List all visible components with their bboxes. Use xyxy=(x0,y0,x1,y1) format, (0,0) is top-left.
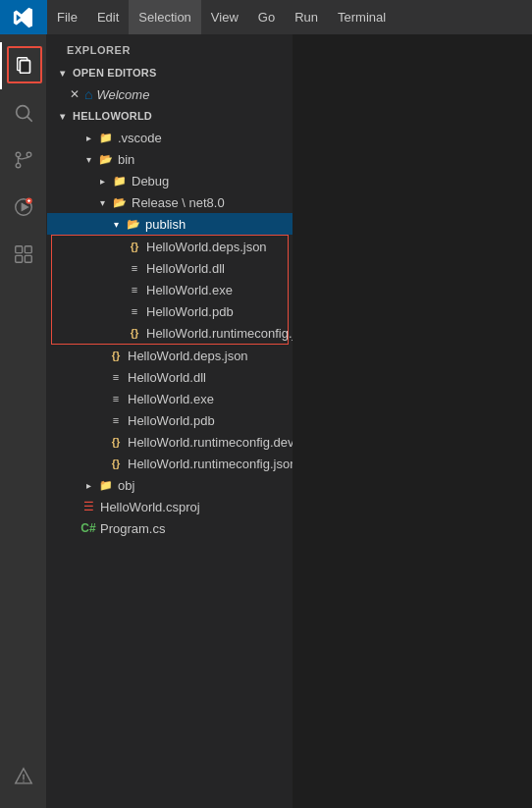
r-runtimeconfig-dev-item[interactable]: {} HelloWorld.runtimeconfig.dev.json xyxy=(47,431,293,453)
bin-folder-label: bin xyxy=(118,152,134,167)
explorer-title: EXPLORER xyxy=(47,34,293,62)
cs-icon: C# xyxy=(80,520,96,536)
vscode-folder-item[interactable]: 📁 .vscode xyxy=(47,127,293,148)
p-dll-label: HelloWorld.dll xyxy=(146,261,225,276)
svg-point-6 xyxy=(16,152,21,157)
svg-rect-17 xyxy=(25,255,31,262)
main-area: EXPLORER OPEN EDITORS ✕ ⌂ Welcome HELLOW… xyxy=(0,34,532,808)
vscode-logo[interactable] xyxy=(0,0,47,34)
json-icon-1: {} xyxy=(127,239,142,254)
pdb-icon-1: ≡ xyxy=(127,303,142,319)
svg-marker-10 xyxy=(22,203,27,210)
p-runtimeconfig-item[interactable]: {} HelloWorld.runtimeconfig.json xyxy=(52,322,288,344)
open-editors-chevron xyxy=(55,65,71,81)
debug-folder-item[interactable]: 📁 Debug xyxy=(47,170,293,191)
p-deps-json-label: HelloWorld.deps.json xyxy=(146,240,267,254)
json-icon-4: {} xyxy=(108,434,124,450)
release-folder-item[interactable]: 📂 Release \ net8.0 xyxy=(47,191,293,213)
activity-icon-extensions[interactable] xyxy=(0,231,47,278)
selection-highlight-box: {} HelloWorld.deps.json ≡ HelloWorld.dll… xyxy=(51,235,289,345)
menu-run[interactable]: Run xyxy=(285,0,328,34)
bin-folder-icon: 📂 xyxy=(98,151,114,167)
r-deps-json-item[interactable]: {} HelloWorld.deps.json xyxy=(47,345,293,366)
p-deps-json-item[interactable]: {} HelloWorld.deps.json xyxy=(52,236,288,257)
menu-selection[interactable]: Selection xyxy=(129,0,200,34)
r-exe-item[interactable]: ≡ HelloWorld.exe xyxy=(47,388,293,409)
program-cs-item[interactable]: C# Program.cs xyxy=(47,517,293,539)
folder-icon: 📁 xyxy=(98,130,114,145)
section-open-editors[interactable]: OPEN EDITORS xyxy=(47,62,293,83)
open-editor-welcome[interactable]: ✕ ⌂ Welcome xyxy=(47,83,293,105)
activity-icon-source-control[interactable] xyxy=(0,136,47,184)
sidebar: EXPLORER OPEN EDITORS ✕ ⌂ Welcome HELLOW… xyxy=(47,34,293,808)
close-welcome-icon[interactable]: ✕ xyxy=(67,86,82,102)
activity-icon-run-debug[interactable] xyxy=(0,184,47,231)
exe-icon-2: ≡ xyxy=(108,391,124,406)
svg-point-19 xyxy=(23,781,24,781)
json-icon-2: {} xyxy=(127,325,142,341)
debug-folder-label: Debug xyxy=(132,174,169,189)
activity-bar xyxy=(0,34,47,808)
svg-rect-14 xyxy=(15,246,22,253)
svg-rect-15 xyxy=(25,246,31,253)
r-exe-label: HelloWorld.exe xyxy=(128,392,214,406)
menu-go[interactable]: Go xyxy=(248,0,285,34)
json-icon-3: {} xyxy=(108,348,124,363)
vscode-chevron xyxy=(80,130,96,145)
svg-line-4 xyxy=(27,117,31,121)
activity-icon-accounts[interactable] xyxy=(0,753,47,800)
csproj-label: HelloWorld.csproj xyxy=(100,500,200,514)
release-folder-icon: 📂 xyxy=(112,194,128,210)
title-bar: File Edit Selection View Go Run Terminal xyxy=(0,0,532,34)
exe-icon-1: ≡ xyxy=(127,282,142,297)
section-helloworld[interactable]: HELLOWORLD xyxy=(47,105,293,127)
p-pdb-item[interactable]: ≡ HelloWorld.pdb xyxy=(52,300,288,322)
p-exe-label: HelloWorld.exe xyxy=(146,283,233,297)
obj-folder-item[interactable]: 📁 obj xyxy=(47,474,293,496)
svg-rect-16 xyxy=(15,255,22,262)
r-pdb-item[interactable]: ≡ HelloWorld.pdb xyxy=(47,409,293,431)
obj-folder-label: obj xyxy=(118,478,134,493)
vscode-file-icon: ⌂ xyxy=(84,86,92,102)
menu-edit[interactable]: Edit xyxy=(87,0,129,34)
p-exe-item[interactable]: ≡ HelloWorld.exe xyxy=(52,279,288,300)
welcome-label: Welcome xyxy=(96,87,149,102)
bin-folder-item[interactable]: 📂 bin xyxy=(47,148,293,170)
publish-folder-label: publish xyxy=(145,217,186,232)
obj-folder-icon: 📁 xyxy=(98,477,114,493)
pdb-icon-2: ≡ xyxy=(108,412,124,428)
menu-terminal[interactable]: Terminal xyxy=(328,0,396,34)
r-dll-label: HelloWorld.dll xyxy=(128,370,206,385)
json-icon-5: {} xyxy=(108,456,124,471)
publish-chevron xyxy=(108,216,124,232)
editor-area xyxy=(293,34,532,808)
csproj-icon: ☰ xyxy=(80,499,96,514)
helloworld-label: HELLOWORLD xyxy=(73,110,152,122)
activity-icon-explorer[interactable] xyxy=(0,42,47,89)
r-deps-json-label: HelloWorld.deps.json xyxy=(128,349,248,363)
program-cs-label: Program.cs xyxy=(100,521,165,536)
csproj-item[interactable]: ☰ HelloWorld.csproj xyxy=(47,496,293,517)
menu-view[interactable]: View xyxy=(201,0,248,34)
publish-folder-item[interactable]: 📂 publish xyxy=(47,213,293,235)
r-pdb-label: HelloWorld.pdb xyxy=(128,413,215,428)
p-dll-item[interactable]: ≡ HelloWorld.dll xyxy=(52,257,288,279)
debug-chevron xyxy=(94,173,110,189)
menu-file[interactable]: File xyxy=(47,0,87,34)
release-chevron xyxy=(94,194,110,210)
dll-icon-2: ≡ xyxy=(108,369,124,385)
menu-bar: File Edit Selection View Go Run Terminal xyxy=(47,0,396,34)
dll-icon-1: ≡ xyxy=(127,260,142,276)
release-folder-label: Release \ net8.0 xyxy=(132,195,225,210)
p-pdb-label: HelloWorld.pdb xyxy=(146,304,234,319)
r-dll-item[interactable]: ≡ HelloWorld.dll xyxy=(47,366,293,388)
r-runtimeconfig-dev-label: HelloWorld.runtimeconfig.dev.json xyxy=(128,435,293,450)
p-runtimeconfig-label: HelloWorld.runtimeconfig.json xyxy=(146,326,293,341)
r-runtimeconfig-item[interactable]: {} HelloWorld.runtimeconfig.json xyxy=(47,453,293,474)
debug-folder-icon: 📁 xyxy=(112,173,128,189)
open-editors-label: OPEN EDITORS xyxy=(73,67,157,79)
svg-point-5 xyxy=(16,163,21,168)
svg-point-7 xyxy=(27,152,31,157)
helloworld-chevron xyxy=(55,108,71,124)
activity-icon-search[interactable] xyxy=(0,89,47,136)
